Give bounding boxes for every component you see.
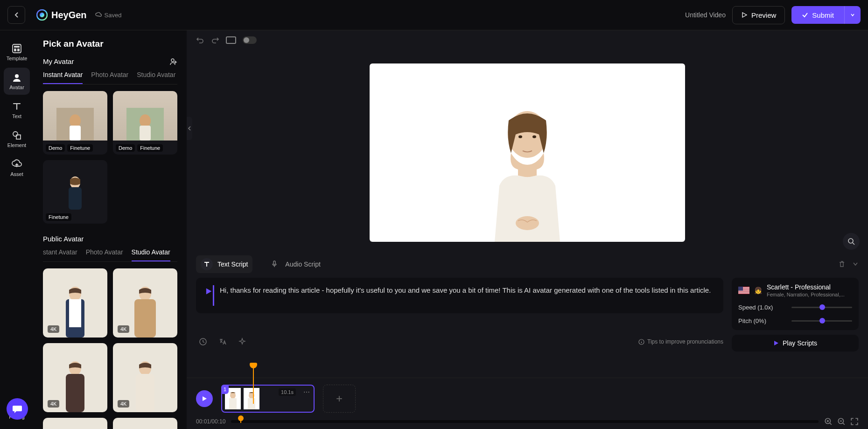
heygen-logo-icon bbox=[36, 9, 48, 21]
pitch-slider[interactable] bbox=[791, 320, 852, 322]
preview-button[interactable]: Preview bbox=[732, 6, 785, 24]
svg-rect-34 bbox=[273, 261, 275, 265]
video-title[interactable]: Untitled Video bbox=[685, 11, 726, 19]
rail-avatar[interactable]: Avatar bbox=[4, 68, 30, 95]
svg-rect-5 bbox=[17, 49, 20, 51]
section-public-avatar: Public Avatar bbox=[43, 235, 84, 243]
tab-instant-avatar[interactable]: Instant Avatar bbox=[43, 71, 83, 84]
tab-studio-avatar-pub[interactable]: Studio Avatar bbox=[132, 248, 170, 261]
pronunciation-tips[interactable]: Tips to improve pronunciations bbox=[638, 338, 723, 345]
back-button[interactable] bbox=[7, 6, 25, 24]
svg-point-46 bbox=[230, 392, 236, 399]
redo-icon[interactable] bbox=[211, 36, 219, 44]
search-icon bbox=[847, 238, 855, 245]
trash-icon[interactable] bbox=[838, 260, 846, 268]
sparkle-icon bbox=[238, 338, 246, 346]
svg-rect-47 bbox=[229, 398, 237, 409]
avatar-card[interactable]: 4K bbox=[43, 268, 107, 338]
avatar-card[interactable]: Finetune bbox=[43, 160, 107, 224]
mic-icon bbox=[271, 260, 278, 268]
svg-rect-50 bbox=[248, 398, 255, 409]
text-icon bbox=[12, 101, 22, 112]
timer-tool[interactable] bbox=[196, 335, 210, 349]
zoom-in-icon[interactable] bbox=[824, 417, 833, 426]
avatar-card[interactable]: 4K bbox=[113, 268, 177, 338]
chevron-down-icon bbox=[850, 13, 855, 17]
tab-photo-avatar[interactable]: Photo Avatar bbox=[91, 71, 128, 84]
brand-name: HeyGen bbox=[51, 10, 87, 21]
timeline-clip[interactable]: 1 10.1s ⋯ bbox=[221, 385, 315, 413]
audio-script-tab[interactable]: Audio Script bbox=[264, 255, 325, 273]
submit-button[interactable]: Submit bbox=[791, 6, 844, 24]
tab-studio-avatar[interactable]: Studio Avatar bbox=[137, 71, 175, 84]
chevron-down-icon[interactable] bbox=[852, 260, 859, 267]
add-clip-button[interactable]: + bbox=[323, 385, 356, 413]
rail-element[interactable]: Element bbox=[4, 126, 30, 153]
video-canvas[interactable] bbox=[370, 63, 685, 242]
zoom-button[interactable] bbox=[843, 233, 860, 250]
play-icon[interactable] bbox=[204, 287, 213, 295]
avatar-card[interactable]: DemoFinetune bbox=[43, 91, 107, 155]
avatar-thumbnail bbox=[61, 172, 89, 210]
rail-text[interactable]: Text bbox=[4, 97, 30, 124]
avatar-thumbnail bbox=[54, 281, 96, 338]
toggle[interactable] bbox=[243, 36, 257, 44]
play-icon bbox=[201, 395, 208, 402]
avatar-card[interactable]: DemoFinetune bbox=[113, 91, 177, 155]
text-script-tab[interactable]: Text Script bbox=[196, 255, 252, 273]
check-icon bbox=[802, 12, 808, 18]
info-icon bbox=[638, 339, 644, 345]
svg-rect-40 bbox=[738, 292, 749, 292]
play-icon bbox=[773, 340, 779, 346]
avatar-thumbnail bbox=[124, 356, 166, 412]
ai-tool[interactable] bbox=[235, 335, 249, 349]
play-icon bbox=[741, 12, 748, 18]
script-input[interactable]: Hi, thanks for reading this article - ho… bbox=[196, 278, 723, 313]
svg-point-49 bbox=[249, 392, 254, 399]
translate-icon bbox=[218, 338, 227, 346]
brand-logo: HeyGen bbox=[36, 9, 87, 21]
timeline-play-button[interactable] bbox=[196, 390, 213, 407]
undo-icon[interactable] bbox=[196, 36, 204, 44]
tab-photo-avatar-pub[interactable]: Photo Avatar bbox=[86, 248, 123, 261]
zoom-out-icon[interactable] bbox=[837, 417, 846, 426]
clip-more-icon[interactable]: ⋯ bbox=[303, 388, 310, 396]
pitch-label: Pitch (0%) bbox=[738, 317, 766, 324]
timeline-track[interactable] bbox=[231, 420, 819, 423]
avatar-card[interactable] bbox=[43, 418, 107, 429]
svg-point-9 bbox=[171, 59, 174, 62]
collapse-sidebar[interactable] bbox=[187, 117, 192, 140]
avatar-card[interactable]: 4K bbox=[43, 343, 107, 412]
svg-point-7 bbox=[13, 132, 18, 136]
svg-point-30 bbox=[518, 135, 522, 138]
sidebar-title: Pick an Avatar bbox=[43, 39, 177, 49]
chat-support-button[interactable] bbox=[7, 398, 28, 420]
play-scripts-button[interactable]: Play Scripts bbox=[732, 335, 859, 352]
svg-rect-4 bbox=[14, 49, 16, 51]
asset-icon bbox=[12, 159, 22, 169]
text-icon bbox=[203, 261, 210, 267]
translate-tool[interactable] bbox=[216, 335, 230, 349]
chat-icon bbox=[12, 404, 22, 414]
rail-template[interactable]: Template bbox=[4, 39, 30, 66]
svg-point-33 bbox=[848, 239, 853, 243]
svg-point-32 bbox=[516, 216, 539, 230]
add-avatar-icon[interactable] bbox=[170, 58, 177, 65]
speed-label: Speed (1.0x) bbox=[738, 304, 773, 311]
svg-rect-12 bbox=[70, 126, 81, 141]
avatar-card[interactable] bbox=[113, 418, 177, 429]
svg-point-1 bbox=[40, 13, 44, 17]
clip-duration: 10.1s bbox=[279, 388, 296, 396]
avatar-card[interactable]: 4K bbox=[113, 343, 177, 412]
svg-point-11 bbox=[70, 114, 81, 127]
speed-slider[interactable] bbox=[791, 307, 852, 308]
rail-asset[interactable]: Asset bbox=[4, 155, 30, 182]
tab-instant-avatar-pub[interactable]: stant Avatar bbox=[43, 248, 77, 261]
flag-us-icon bbox=[738, 287, 749, 294]
aspect-ratio[interactable] bbox=[226, 36, 236, 44]
fit-icon[interactable] bbox=[850, 417, 859, 426]
submit-dropdown[interactable] bbox=[844, 6, 861, 24]
avatar-icon bbox=[12, 72, 22, 83]
svg-rect-26 bbox=[136, 374, 154, 412]
voice-panel[interactable]: 👧 Scarlett - Professional Female, Narrat… bbox=[732, 278, 859, 330]
